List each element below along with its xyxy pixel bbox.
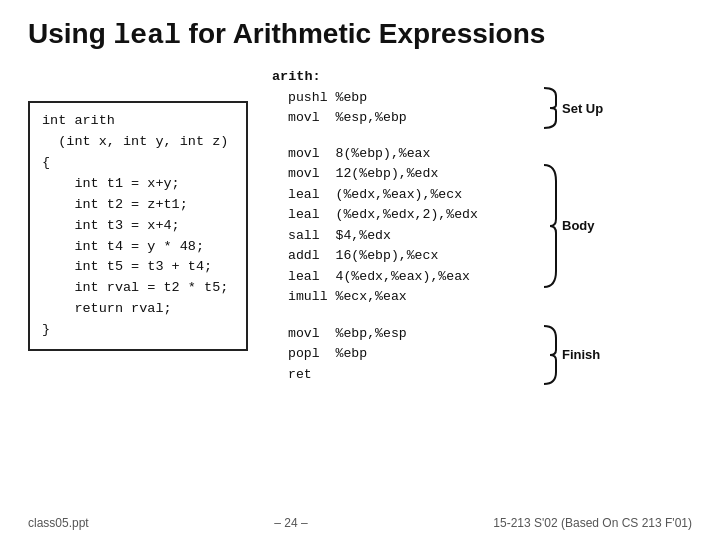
finish-label: Finish — [562, 347, 600, 362]
c-code-line-3: { — [42, 153, 234, 174]
footer-left: class05.ppt — [28, 516, 89, 530]
finish-brace-icon — [542, 322, 558, 388]
asm-label: arith: — [272, 69, 692, 84]
asm-body-line-5: sall $4,%edx — [288, 226, 532, 246]
asm-setup-lines: pushl %ebp movl %esp,%ebp — [272, 88, 532, 129]
body-brace-icon — [542, 161, 558, 291]
c-code-line-9: int rval = t2 * t5; — [42, 278, 234, 299]
footer: class05.ppt – 24 – 15-213 S'02 (Based On… — [28, 516, 692, 530]
setup-brace-area: Set Up — [542, 86, 603, 130]
setup-group: pushl %ebp movl %esp,%ebp Set Up — [272, 86, 692, 130]
asm-body-line-3: leal (%edx,%eax),%ecx — [288, 185, 532, 205]
c-code-line-4: int t1 = x+y; — [42, 174, 234, 195]
asm-finish-line-2: popl %ebp — [288, 344, 532, 364]
c-code-line-11: } — [42, 320, 234, 341]
footer-right: 15-213 S'02 (Based On CS 213 F'01) — [493, 516, 692, 530]
body-group: movl 8(%ebp),%eax movl 12(%ebp),%edx lea… — [272, 144, 692, 308]
asm-body-line-8: imull %ecx,%eax — [288, 287, 532, 307]
page: Using leal for Arithmetic Expressions in… — [0, 0, 720, 540]
c-code-line-6: int t3 = x+4; — [42, 216, 234, 237]
finish-group: movl %ebp,%esp popl %ebp ret Finish — [272, 322, 692, 388]
footer-center: – 24 – — [274, 516, 307, 530]
asm-body-line-2: movl 12(%ebp),%edx — [288, 164, 532, 184]
asm-finish-line-1: movl %ebp,%esp — [288, 324, 532, 344]
setup-brace-icon — [542, 86, 558, 130]
c-code-line-8: int t5 = t3 + t4; — [42, 257, 234, 278]
asm-body-lines: movl 8(%ebp),%eax movl 12(%ebp),%edx lea… — [272, 144, 532, 308]
asm-finish-lines: movl %ebp,%esp popl %ebp ret — [272, 324, 532, 385]
asm-finish-line-3: ret — [288, 365, 532, 385]
asm-setup-line-2: movl %esp,%ebp — [288, 108, 532, 128]
body-label: Body — [562, 218, 595, 233]
main-content: int arith (int x, int y, int z) { int t1… — [28, 69, 692, 388]
c-code-box: int arith (int x, int y, int z) { int t1… — [28, 101, 248, 351]
asm-body-line-7: leal 4(%edx,%eax),%eax — [288, 267, 532, 287]
c-code-line-2: (int x, int y, int z) — [42, 132, 234, 153]
c-code-line-7: int t4 = y * 48; — [42, 237, 234, 258]
asm-setup-line-1: pushl %ebp — [288, 88, 532, 108]
c-code-line-1: int arith — [42, 111, 234, 132]
c-code-line-5: int t2 = z+t1; — [42, 195, 234, 216]
page-title: Using leal for Arithmetic Expressions — [28, 18, 692, 51]
asm-body-line-4: leal (%edx,%edx,2),%edx — [288, 205, 532, 225]
finish-brace-area: Finish — [542, 322, 600, 388]
setup-label: Set Up — [562, 101, 603, 116]
c-code-line-10: return rval; — [42, 299, 234, 320]
asm-section: arith: pushl %ebp movl %esp,%ebp Set Up — [272, 69, 692, 388]
body-brace-area: Body — [542, 161, 595, 291]
asm-body-line-1: movl 8(%ebp),%eax — [288, 144, 532, 164]
asm-body-line-6: addl 16(%ebp),%ecx — [288, 246, 532, 266]
